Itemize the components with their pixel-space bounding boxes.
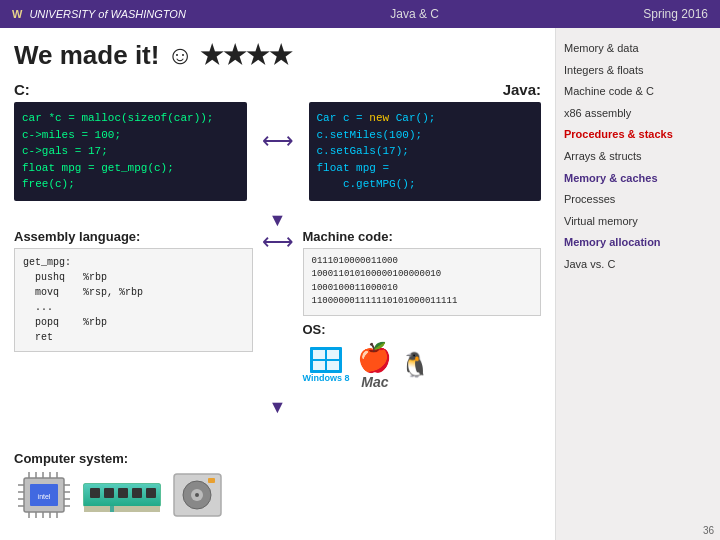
c-code-line-5: free(c); (22, 178, 75, 190)
down-arrow-2: ▼ (14, 398, 541, 416)
header-course-title: Java & C (186, 7, 643, 21)
svg-point-33 (195, 493, 199, 497)
content-area: We made it! ☺ ★★★★ C: car *c = malloc(si… (0, 28, 555, 540)
windows-icon (310, 347, 342, 373)
sidebar-item-integers-floats[interactable]: Integers & floats (564, 60, 712, 82)
sidebar-item-memory-data[interactable]: Memory & data (564, 38, 712, 60)
java-code-line-2: c.setMiles(100); (317, 129, 423, 141)
computer-label: Computer system: (14, 451, 225, 466)
svg-rect-23 (90, 488, 100, 498)
sidebar: Memory & data Integers & floats Machine … (555, 28, 720, 540)
sidebar-item-memory-caches[interactable]: Memory & caches (564, 168, 712, 190)
right-arrow: ⟷ (262, 229, 294, 255)
cpu-chip-icon: intel (14, 470, 74, 520)
assembly-label: Assembly language: (14, 229, 253, 244)
java-code-column: Java: Car c = new Car(); c.setMiles(100)… (309, 81, 542, 201)
windows-label: Windows 8 (303, 373, 350, 383)
sidebar-item-x86-assembly[interactable]: x86 assembly (564, 103, 712, 125)
c-code-line-2: c->miles = 100; (22, 129, 121, 141)
java-code-line-4: float mpg = (317, 162, 390, 174)
svg-rect-27 (146, 488, 156, 498)
header: W UNIVERSITY of WASHINGTON Java & C Spri… (0, 0, 720, 28)
header-left: W UNIVERSITY of WASHINGTON (12, 8, 186, 20)
sidebar-item-arrays-structs[interactable]: Arrays & structs (564, 146, 712, 168)
svg-text:intel: intel (38, 493, 51, 500)
sidebar-item-virtual-memory[interactable]: Virtual memory (564, 211, 712, 233)
hdd-icon (170, 470, 225, 520)
middle-section: Assembly language: get_mpg: pushq %rbp m… (14, 229, 541, 390)
mac-icon: 🍎 (357, 341, 392, 374)
linux-icon-group: 🐧 (400, 351, 430, 379)
java-label: Java: (309, 81, 542, 98)
win-pane-br (327, 361, 339, 370)
os-section: OS: Windows 8 (303, 322, 542, 390)
page-number: 36 (703, 525, 714, 536)
c-code-line-3: c->gals = 17; (22, 145, 108, 157)
windows-icon-group: Windows 8 (303, 347, 350, 383)
java-code-line-5: c.getMPG(); (317, 178, 416, 190)
assembly-column: Assembly language: get_mpg: pushq %rbp m… (14, 229, 253, 352)
ram-icon (82, 470, 162, 520)
machine-label: Machine code: (303, 229, 542, 244)
uw-logo: W (12, 8, 23, 20)
sidebar-item-procedures-stacks[interactable]: Procedures & stacks (564, 124, 712, 146)
computer-images: intel (14, 470, 225, 520)
svg-rect-26 (132, 488, 142, 498)
win-pane-tl (313, 350, 325, 359)
c-code-line-1: car *c = malloc(sizeof(car)); (22, 112, 213, 124)
svg-rect-29 (110, 506, 114, 512)
java-code-line-3: c.setGals(17); (317, 145, 409, 157)
main-content: We made it! ☺ ★★★★ C: car *c = malloc(si… (0, 28, 720, 540)
page-title: We made it! ☺ ★★★★ (14, 40, 541, 71)
sidebar-item-processes[interactable]: Processes (564, 189, 712, 211)
computer-section: Computer system: intel (14, 451, 225, 520)
assembly-code-box: get_mpg: pushq %rbp movq %rsp, %rbp ... … (14, 248, 253, 352)
c-code-box: car *c = malloc(sizeof(car)); c->miles =… (14, 102, 247, 201)
java-code-line-1: Car c = new Car(); (317, 112, 436, 124)
c-code-line-4: float mpg = get_mpg(c); (22, 162, 174, 174)
os-icons: Windows 8 🍎 Mac 🐧 (303, 341, 542, 390)
uw-university-text: UNIVERSITY of WASHINGTON (29, 8, 185, 20)
svg-rect-24 (104, 488, 114, 498)
mac-label: Mac (361, 374, 388, 390)
horizontal-arrow: ⟷ (262, 128, 294, 154)
header-semester: Spring 2016 (643, 7, 708, 21)
machine-code-column: Machine code: 0111010000011000 100011010… (303, 229, 542, 390)
sidebar-item-memory-allocation[interactable]: Memory allocation (564, 232, 712, 254)
svg-rect-25 (118, 488, 128, 498)
svg-rect-28 (84, 506, 160, 512)
os-label: OS: (303, 322, 542, 337)
win-pane-bl (313, 361, 325, 370)
c-to-java-arrow: ⟷ (263, 81, 293, 201)
asm-to-machine-arrow: ⟷ (263, 229, 293, 255)
c-label: C: (14, 81, 247, 98)
code-section: C: car *c = malloc(sizeof(car)); c->mile… (14, 81, 541, 201)
svg-rect-34 (208, 478, 215, 483)
sidebar-item-java-vs-c[interactable]: Java vs. C (564, 254, 712, 276)
mac-icon-group: 🍎 Mac (357, 341, 392, 390)
win-pane-tr (327, 350, 339, 359)
machine-code-box: 0111010000011000 10001101010000010000001… (303, 248, 542, 316)
sidebar-item-machine-code-c[interactable]: Machine code & C (564, 81, 712, 103)
java-code-box: Car c = new Car(); c.setMiles(100); c.se… (309, 102, 542, 201)
c-code-column: C: car *c = malloc(sizeof(car)); c->mile… (14, 81, 247, 201)
down-arrow-1: ▼ (14, 211, 541, 229)
